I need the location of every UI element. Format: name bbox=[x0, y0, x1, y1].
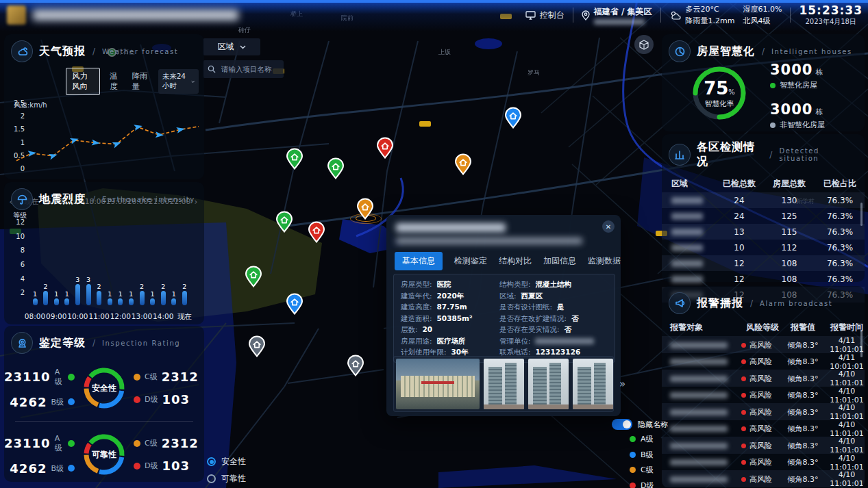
alarm-time: 4/10 11:01:01 bbox=[822, 403, 865, 421]
risk-text: 高风险 bbox=[749, 357, 772, 367]
rating-value: 23110 bbox=[4, 436, 51, 450]
building-marker-green[interactable] bbox=[245, 266, 262, 287]
quake-x-tick: 11:00 bbox=[88, 312, 109, 320]
weather-panel-icon bbox=[11, 40, 33, 62]
map-3d-toggle-button[interactable] bbox=[634, 35, 654, 54]
slash: / bbox=[92, 47, 95, 56]
building-marker-red[interactable] bbox=[376, 137, 394, 159]
popup-tab-结构对比[interactable]: 结构对比 bbox=[499, 252, 532, 270]
popup-field: 结构类型:混凝土结构 bbox=[499, 279, 608, 290]
field-value: 87.75m bbox=[437, 302, 467, 312]
region-name-redacted bbox=[671, 260, 703, 267]
alarm-row[interactable]: 高风险倾角8.3°4/10 11:01:01 bbox=[662, 437, 865, 454]
alarm-object-redacted bbox=[670, 459, 728, 465]
rating-left-stats: 23110A级4262B级 bbox=[4, 434, 75, 476]
region-dropdown-label: 区域 bbox=[218, 41, 234, 53]
alarm-row[interactable]: 高风险倾角8.3°4/11 10:01:01 bbox=[662, 353, 865, 370]
popup-field: 区域:西夏区 bbox=[499, 291, 608, 301]
building-photo-4[interactable] bbox=[573, 359, 613, 409]
popup-tab-检测鉴定[interactable]: 检测鉴定 bbox=[454, 252, 487, 270]
detection-row[interactable]: 1210876.3% bbox=[662, 271, 865, 287]
building-marker-blue[interactable] bbox=[504, 107, 522, 129]
alarm-row[interactable]: 高风险倾角8.3°4/10 11:01:01 bbox=[662, 403, 865, 420]
popup-tab-监测数据[interactable]: 监测数据 bbox=[588, 252, 621, 270]
popup-field: 是否存在受灾情况:否 bbox=[499, 324, 608, 335]
legend-dot bbox=[630, 452, 636, 458]
building-marker-orange[interactable] bbox=[454, 153, 472, 175]
risk-dot bbox=[741, 477, 746, 482]
search-input[interactable] bbox=[220, 64, 277, 74]
region-dropdown[interactable]: 区域 bbox=[203, 38, 260, 55]
checked-ratio: 76.3% bbox=[814, 211, 866, 221]
popup-field: 管理单位: bbox=[499, 336, 608, 346]
building-marker-green[interactable] bbox=[286, 148, 303, 170]
popup-tab-加固信息[interactable]: 加固信息 bbox=[543, 252, 576, 270]
console-button[interactable]: 控制台 bbox=[525, 10, 565, 21]
radio-可靠性[interactable]: 可靠性 bbox=[207, 473, 246, 485]
building-photo-1[interactable] bbox=[396, 359, 480, 409]
popup-subtitle-redacted bbox=[396, 237, 582, 244]
building-marker-red[interactable] bbox=[308, 221, 325, 243]
popup-tab-基本信息[interactable]: 基本信息 bbox=[395, 252, 443, 270]
total-count: 108 bbox=[765, 274, 814, 284]
detection-row[interactable]: 1011276.3% bbox=[662, 240, 865, 255]
detection-row[interactable]: 1311576.3% bbox=[662, 224, 865, 240]
alarm-value: 倾角8.3° bbox=[784, 390, 822, 400]
building-marker-blue[interactable] bbox=[286, 293, 303, 315]
radio-安全性[interactable]: 安全性 bbox=[207, 456, 246, 467]
detection-row[interactable]: 1210876.3% bbox=[662, 255, 865, 271]
rating-value: 4262 bbox=[10, 461, 47, 476]
risk-level: 高风险 bbox=[741, 441, 784, 451]
total-count: 130 bbox=[765, 196, 814, 205]
houses-stats: 3000栋智慧化房屋3000栋非智慧化房屋 bbox=[770, 62, 825, 130]
quake-x-tick: 10:00 bbox=[67, 312, 88, 320]
cloud-icon bbox=[16, 47, 28, 56]
alarm-row[interactable]: 高风险倾角8.3°4/10 11:01:01 bbox=[662, 370, 865, 387]
search-icon bbox=[208, 65, 216, 73]
cube-icon bbox=[639, 40, 649, 50]
detection-row[interactable]: 2413076.3% bbox=[662, 192, 865, 208]
weather-tab-降雨量[interactable]: 降雨量 bbox=[130, 68, 149, 94]
total-count: 125 bbox=[765, 211, 814, 221]
quake-bar-value: 1 bbox=[119, 290, 123, 298]
checked-ratio: 76.3% bbox=[814, 227, 866, 237]
risk-dot bbox=[741, 359, 746, 364]
alarm-row[interactable]: 高风险倾角8.3°4/10 11:01:01 bbox=[662, 420, 865, 437]
field-label: 区域: bbox=[499, 291, 517, 301]
forecast-range-select[interactable]: 未来24小时 bbox=[158, 69, 199, 94]
alarm-col-header: 风险等级 bbox=[741, 322, 784, 333]
alarm-row[interactable]: 高风险倾角8.3°4/11 11:01:01 bbox=[662, 336, 865, 353]
detection-row[interactable]: 2412576.3% bbox=[662, 208, 865, 224]
legend-item-B级: B级 bbox=[630, 450, 654, 460]
close-icon[interactable]: ✕ bbox=[602, 220, 615, 233]
alarm-row[interactable]: 高风险倾角8.3°4/10 11:01:01 bbox=[662, 454, 865, 471]
building-marker-orange[interactable] bbox=[356, 198, 374, 220]
map-place-label: 罗马 bbox=[528, 68, 540, 77]
hide-names-toggle[interactable] bbox=[612, 419, 632, 430]
weather-tab-风力风向[interactable]: 风力风向 bbox=[66, 68, 100, 95]
alarm-row[interactable]: 高风险倾角8.3°4/10 11:01:01 bbox=[662, 387, 865, 404]
building-marker-gray[interactable] bbox=[248, 335, 266, 357]
weather-tab-温度[interactable]: 温度 bbox=[108, 68, 122, 94]
building-marker-gray[interactable] bbox=[347, 355, 364, 376]
monitor-icon bbox=[525, 11, 536, 20]
quake-x-tick: 09:00 bbox=[46, 312, 66, 320]
detection-scrollbar[interactable] bbox=[860, 203, 863, 226]
alarm-scrollbar[interactable] bbox=[860, 330, 863, 357]
quake-bar-value: 3 bbox=[86, 276, 90, 283]
checked-count: 24 bbox=[714, 196, 765, 205]
weather-forecast-panel: 天气预报 / Weather forecast 风力风向温度降雨量未来24小时 … bbox=[4, 34, 204, 179]
building-photo-2[interactable] bbox=[484, 359, 524, 409]
alarm-row[interactable]: 高风险倾角8.3°4/10 11:01:01 bbox=[662, 470, 865, 487]
location-display[interactable]: 福建省 / 集美区 bbox=[582, 6, 652, 25]
more-photos-arrow[interactable]: » bbox=[619, 378, 625, 390]
console-label: 控制台 bbox=[540, 10, 565, 21]
weather-summary: 多云20°C 湿度61.0% 降雨量1.2mm 北风4级 bbox=[669, 4, 782, 26]
building-photo-3[interactable] bbox=[528, 359, 569, 409]
building-marker-green[interactable] bbox=[275, 211, 293, 233]
map-place-label: 上坂 bbox=[438, 48, 451, 57]
project-search[interactable] bbox=[203, 60, 284, 78]
building-marker-green[interactable] bbox=[327, 157, 345, 179]
quake-x-tick: 13:00 bbox=[132, 312, 152, 320]
label-text: 非智慧化房屋 bbox=[780, 120, 825, 130]
